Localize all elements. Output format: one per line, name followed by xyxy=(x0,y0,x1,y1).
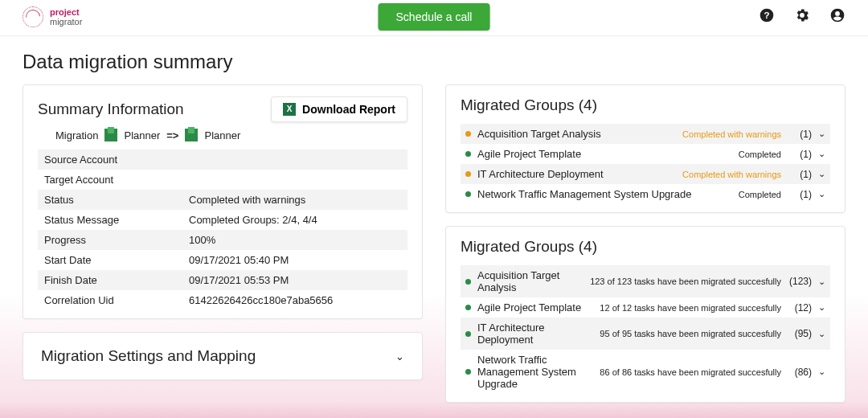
status-dot-icon xyxy=(465,369,471,375)
status-dot-icon xyxy=(465,331,471,337)
schedule-call-button[interactable]: Schedule a call xyxy=(379,3,490,31)
group-status: Completed xyxy=(739,150,781,159)
summary-value: 100% xyxy=(189,234,401,246)
group-count: (1) xyxy=(788,189,812,200)
group-name: Network Traffic Management System Upgrad… xyxy=(477,188,732,200)
group-row[interactable]: Agile Project TemplateCompleted(1)⌄ xyxy=(461,144,830,164)
summary-row: Progress100% xyxy=(38,230,407,250)
summary-value: 61422626426cc180e7aba5656 xyxy=(189,294,401,306)
groups2-list: Acquisition Target Analysis123 of 123 ta… xyxy=(461,265,830,394)
svg-text:?: ? xyxy=(764,10,769,20)
download-report-label: Download Report xyxy=(302,103,395,116)
excel-icon xyxy=(283,103,296,116)
help-icon[interactable]: ? xyxy=(759,7,775,27)
groups-card-1: Migrated Groups (4) Acquisition Target A… xyxy=(445,84,845,213)
summary-row: Status MessageCompleted Groups: 2/4, 4/4 xyxy=(38,210,407,230)
group-name: Network Traffic Management System Upgrad… xyxy=(477,354,593,390)
summary-row: StatusCompleted with warnings xyxy=(38,190,407,210)
group-row[interactable]: Acquisition Target AnalysisCompleted wit… xyxy=(461,124,830,144)
status-dot-icon xyxy=(465,151,471,157)
group-status: 123 of 123 tasks have been migrated succ… xyxy=(590,277,781,286)
logo-line1: project xyxy=(50,7,82,17)
group-status: Completed xyxy=(739,190,781,199)
settings-card: Migration Settings and Mapping ⌄ xyxy=(23,332,423,380)
summary-key: Progress xyxy=(44,234,189,246)
group-status: 95 of 95 tasks have been migrated succes… xyxy=(600,329,781,338)
group-row[interactable]: IT Architecture Deployment95 of 95 tasks… xyxy=(461,318,830,350)
summary-value xyxy=(189,174,401,186)
group-count: (95) xyxy=(788,328,812,339)
chevron-down-icon[interactable]: ⌄ xyxy=(818,149,825,159)
group-name: IT Architecture Deployment xyxy=(477,322,593,346)
chevron-down-icon[interactable]: ⌄ xyxy=(818,302,825,313)
summary-card: Summary Information Download Report Migr… xyxy=(23,84,423,319)
summary-row: Correlation Uid61422626426cc180e7aba5656 xyxy=(38,290,407,310)
summary-table: Source AccountTarget AccountStatusComple… xyxy=(38,150,407,310)
summary-key: Status Message xyxy=(44,214,189,226)
logo-text: project migrator xyxy=(50,7,82,27)
summary-value xyxy=(189,154,401,166)
settings-expander[interactable]: Migration Settings and Mapping ⌄ xyxy=(38,342,407,370)
summary-row: Finish Date09/17/2021 05:53 PM xyxy=(38,270,407,290)
group-name: Agile Project Template xyxy=(477,148,732,160)
group-row[interactable]: Acquisition Target Analysis123 of 123 ta… xyxy=(461,265,830,297)
chevron-down-icon[interactable]: ⌄ xyxy=(818,367,825,377)
group-row[interactable]: Network Traffic Management System Upgrad… xyxy=(461,184,830,204)
summary-value: 09/17/2021 05:40 PM xyxy=(189,254,401,266)
groups1-title: Migrated Groups (4) xyxy=(461,96,830,114)
summary-value: 09/17/2021 05:53 PM xyxy=(189,274,401,286)
logo-mark-icon xyxy=(23,6,43,27)
planner-target-icon xyxy=(185,129,198,141)
migration-direction: Migration Planner => Planner xyxy=(55,129,407,141)
status-dot-icon xyxy=(465,279,471,285)
group-name: IT Architecture Deployment xyxy=(477,168,676,180)
group-name: Acquisition Target Analysis xyxy=(477,269,583,293)
summary-row: Target Account xyxy=(38,170,407,190)
planner-source-icon xyxy=(104,129,117,141)
groups-card-2: Migrated Groups (4) Acquisition Target A… xyxy=(445,226,845,403)
group-row[interactable]: Network Traffic Management System Upgrad… xyxy=(461,350,830,394)
source-tool: Planner xyxy=(124,129,160,141)
summary-title: Summary Information xyxy=(38,100,184,118)
summary-row: Start Date09/17/2021 05:40 PM xyxy=(38,250,407,270)
status-dot-icon xyxy=(465,131,471,137)
summary-value: Completed with warnings xyxy=(189,194,401,206)
group-status: Completed with warnings xyxy=(682,129,781,139)
chevron-down-icon: ⌄ xyxy=(395,350,404,363)
summary-key: Start Date xyxy=(44,254,189,266)
chevron-down-icon[interactable]: ⌄ xyxy=(818,129,825,139)
status-dot-icon xyxy=(465,171,471,177)
group-name: Acquisition Target Analysis xyxy=(477,128,676,140)
group-count: (12) xyxy=(788,302,812,314)
groups1-list: Acquisition Target AnalysisCompleted wit… xyxy=(461,124,830,204)
group-name: Agile Project Template xyxy=(477,301,593,314)
group-count: (1) xyxy=(788,169,812,180)
group-row[interactable]: Agile Project Template12 of 12 tasks hav… xyxy=(461,297,830,318)
chevron-down-icon[interactable]: ⌄ xyxy=(818,169,825,179)
download-report-button[interactable]: Download Report xyxy=(271,96,407,122)
target-tool: Planner xyxy=(204,129,240,141)
group-count: (1) xyxy=(788,149,812,160)
group-status: Completed with warnings xyxy=(682,170,781,179)
group-count: (86) xyxy=(788,367,812,378)
group-status: 86 of 86 tasks have been migrated succes… xyxy=(600,367,781,377)
chevron-down-icon[interactable]: ⌄ xyxy=(818,329,825,339)
group-count: (123) xyxy=(788,276,812,287)
summary-key: Status xyxy=(44,194,189,206)
page-title: Data migration summary xyxy=(23,51,845,73)
account-icon[interactable] xyxy=(829,7,845,27)
group-status: 12 of 12 tasks have been migrated succes… xyxy=(600,303,781,313)
app-header: project migrator Schedule a call ? xyxy=(0,0,868,36)
status-dot-icon xyxy=(465,305,471,310)
gear-icon[interactable] xyxy=(794,7,810,27)
arrow-icon: => xyxy=(166,129,178,141)
group-count: (1) xyxy=(788,129,812,140)
chevron-down-icon[interactable]: ⌄ xyxy=(818,277,825,287)
group-row[interactable]: IT Architecture DeploymentCompleted with… xyxy=(461,164,830,184)
logo[interactable]: project migrator xyxy=(23,6,82,27)
summary-key: Source Account xyxy=(44,154,189,166)
summary-key: Target Account xyxy=(44,174,189,186)
chevron-down-icon[interactable]: ⌄ xyxy=(818,189,825,199)
summary-key: Correlation Uid xyxy=(44,294,189,306)
summary-row: Source Account xyxy=(38,150,407,170)
